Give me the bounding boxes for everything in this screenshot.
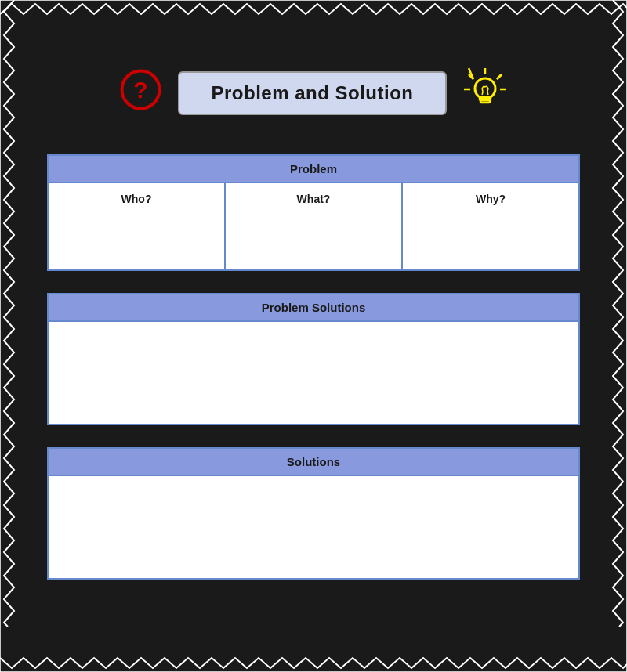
problem-col-who: Who? bbox=[49, 183, 226, 269]
problem-section: Problem Who? What? Why? bbox=[47, 154, 580, 271]
solutions-header: Solutions bbox=[49, 449, 578, 476]
problem-columns: Who? What? Why? bbox=[49, 183, 578, 269]
problem-solutions-header: Problem Solutions bbox=[49, 294, 578, 322]
what-label: What? bbox=[232, 190, 395, 211]
svg-text:?: ? bbox=[134, 77, 148, 103]
svg-point-9 bbox=[475, 78, 495, 99]
solutions-body[interactable] bbox=[49, 476, 578, 578]
question-mark-icon: ? bbox=[119, 68, 162, 117]
problem-col-why: Why? bbox=[403, 183, 578, 269]
lightbulb-icon bbox=[462, 67, 508, 119]
header: ? Problem and Solution bbox=[24, 67, 603, 119]
problem-header: Problem bbox=[49, 156, 578, 183]
main-area: ? Problem and Solution bbox=[24, 23, 603, 649]
problem-solutions-body[interactable] bbox=[49, 322, 578, 424]
why-label: Why? bbox=[409, 190, 572, 211]
svg-rect-11 bbox=[480, 100, 490, 103]
who-label: Who? bbox=[55, 190, 218, 211]
svg-line-8 bbox=[497, 74, 502, 79]
content-area: Problem Who? What? Why? Problem Solution… bbox=[47, 154, 580, 580]
page-title: Problem and Solution bbox=[178, 71, 446, 115]
page-container: ? Problem and Solution bbox=[0, 0, 627, 672]
problem-solutions-section: Problem Solutions bbox=[47, 293, 580, 425]
problem-col-what: What? bbox=[226, 183, 403, 269]
solutions-section: Solutions bbox=[47, 447, 580, 580]
